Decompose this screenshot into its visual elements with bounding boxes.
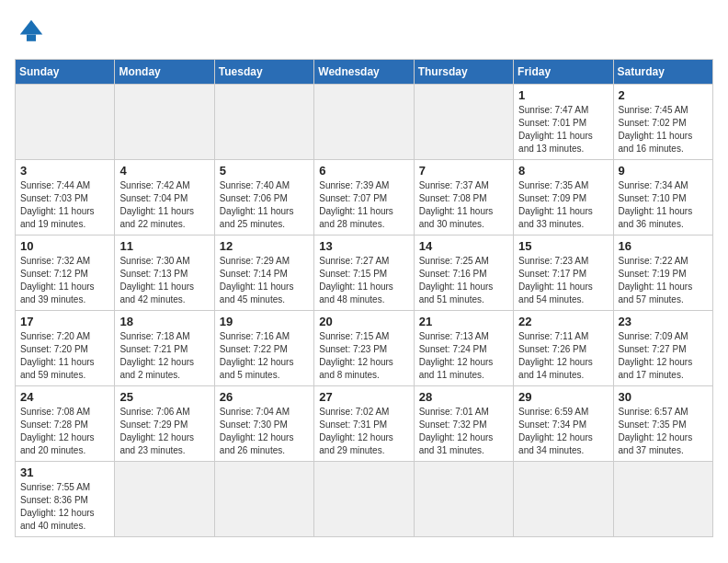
calendar-cell: 17Sunrise: 7:20 AM Sunset: 7:20 PM Dayli…: [16, 311, 115, 386]
day-info: Sunrise: 7:37 AM Sunset: 7:08 PM Dayligh…: [419, 179, 508, 231]
calendar-cell: 10Sunrise: 7:32 AM Sunset: 7:12 PM Dayli…: [16, 236, 115, 311]
calendar-cell: [214, 462, 313, 537]
day-number: 16: [619, 239, 708, 253]
calendar-cell: 19Sunrise: 7:16 AM Sunset: 7:22 PM Dayli…: [214, 311, 313, 386]
day-info: Sunrise: 7:06 AM Sunset: 7:29 PM Dayligh…: [119, 406, 209, 457]
calendar-cell: 22Sunrise: 7:11 AM Sunset: 7:26 PM Dayli…: [514, 311, 613, 386]
day-number: 22: [518, 315, 608, 328]
calendar-cell: 25Sunrise: 7:06 AM Sunset: 7:29 PM Dayli…: [115, 386, 214, 462]
calendar-cell: 26Sunrise: 7:04 AM Sunset: 7:30 PM Dayli…: [214, 386, 313, 462]
calendar-cell: 5Sunrise: 7:40 AM Sunset: 7:06 PM Daylig…: [214, 160, 313, 236]
calendar-cell: 2Sunrise: 7:45 AM Sunset: 7:02 PM Daylig…: [613, 85, 712, 160]
day-number: 6: [319, 164, 408, 178]
calendar-table: SundayMondayTuesdayWednesdayThursdayFrid…: [15, 59, 713, 537]
day-info: Sunrise: 7:16 AM Sunset: 7:22 PM Dayligh…: [220, 330, 309, 382]
weekday-row: SundayMondayTuesdayWednesdayThursdayFrid…: [16, 60, 713, 85]
calendar-cell: 8Sunrise: 7:35 AM Sunset: 7:09 PM Daylig…: [514, 160, 613, 236]
calendar-week-row: 31Sunrise: 7:55 AM Sunset: 8:36 PM Dayli…: [16, 462, 713, 537]
day-number: 27: [319, 390, 408, 404]
day-info: Sunrise: 7:08 AM Sunset: 7:28 PM Dayligh…: [20, 406, 109, 457]
day-number: 31: [20, 465, 109, 479]
day-number: 18: [119, 315, 209, 328]
day-info: Sunrise: 6:59 AM Sunset: 7:34 PM Dayligh…: [518, 406, 608, 457]
day-info: Sunrise: 7:15 AM Sunset: 7:23 PM Dayligh…: [319, 330, 408, 382]
calendar-cell: [115, 462, 214, 537]
calendar-cell: 4Sunrise: 7:42 AM Sunset: 7:04 PM Daylig…: [115, 160, 214, 236]
weekday-header-monday: Monday: [115, 60, 214, 85]
day-info: Sunrise: 7:32 AM Sunset: 7:12 PM Dayligh…: [20, 255, 109, 306]
day-number: 2: [619, 88, 708, 102]
weekday-header-thursday: Thursday: [414, 60, 513, 85]
day-info: Sunrise: 7:04 AM Sunset: 7:30 PM Dayligh…: [220, 406, 309, 457]
calendar-cell: 23Sunrise: 7:09 AM Sunset: 7:27 PM Dayli…: [613, 311, 712, 386]
calendar-week-row: 24Sunrise: 7:08 AM Sunset: 7:28 PM Dayli…: [16, 386, 713, 462]
calendar-cell: 24Sunrise: 7:08 AM Sunset: 7:28 PM Dayli…: [16, 386, 115, 462]
calendar-cell: 16Sunrise: 7:22 AM Sunset: 7:19 PM Dayli…: [613, 236, 712, 311]
day-number: 15: [518, 239, 608, 253]
calendar-cell: 6Sunrise: 7:39 AM Sunset: 7:07 PM Daylig…: [314, 160, 414, 236]
calendar-cell: [414, 85, 513, 160]
day-number: 14: [419, 239, 508, 253]
day-number: 4: [119, 164, 209, 178]
day-number: 28: [419, 390, 508, 404]
calendar-week-row: 10Sunrise: 7:32 AM Sunset: 7:12 PM Dayli…: [16, 236, 713, 311]
calendar-cell: 3Sunrise: 7:44 AM Sunset: 7:03 PM Daylig…: [16, 160, 115, 236]
calendar-cell: 30Sunrise: 6:57 AM Sunset: 7:35 PM Dayli…: [613, 386, 712, 462]
day-info: Sunrise: 7:23 AM Sunset: 7:17 PM Dayligh…: [518, 255, 608, 306]
day-info: Sunrise: 7:40 AM Sunset: 7:06 PM Dayligh…: [220, 179, 309, 231]
calendar-week-row: 3Sunrise: 7:44 AM Sunset: 7:03 PM Daylig…: [16, 160, 713, 236]
calendar-cell: 12Sunrise: 7:29 AM Sunset: 7:14 PM Dayli…: [214, 236, 313, 311]
calendar-cell: 11Sunrise: 7:30 AM Sunset: 7:13 PM Dayli…: [115, 236, 214, 311]
weekday-header-wednesday: Wednesday: [314, 60, 414, 85]
day-info: Sunrise: 7:18 AM Sunset: 7:21 PM Dayligh…: [119, 330, 209, 382]
day-info: Sunrise: 7:44 AM Sunset: 7:03 PM Dayligh…: [20, 179, 109, 231]
day-info: Sunrise: 7:55 AM Sunset: 8:36 PM Dayligh…: [20, 481, 109, 533]
day-number: 7: [419, 164, 508, 178]
logo-icon: [15, 15, 48, 48]
day-number: 21: [419, 315, 508, 328]
calendar-cell: 18Sunrise: 7:18 AM Sunset: 7:21 PM Dayli…: [115, 311, 214, 386]
day-info: Sunrise: 7:30 AM Sunset: 7:13 PM Dayligh…: [119, 255, 209, 306]
calendar-cell: [414, 462, 513, 537]
day-number: 23: [619, 315, 708, 328]
logo: [15, 15, 51, 48]
weekday-header-sunday: Sunday: [16, 60, 115, 85]
day-number: 10: [20, 239, 109, 253]
calendar-cell: [514, 462, 613, 537]
day-info: Sunrise: 7:45 AM Sunset: 7:02 PM Dayligh…: [619, 104, 708, 155]
day-number: 12: [220, 239, 309, 253]
day-info: Sunrise: 7:34 AM Sunset: 7:10 PM Dayligh…: [619, 179, 708, 231]
day-info: Sunrise: 7:02 AM Sunset: 7:31 PM Dayligh…: [319, 406, 408, 457]
calendar-cell: 14Sunrise: 7:25 AM Sunset: 7:16 PM Dayli…: [414, 236, 513, 311]
day-info: Sunrise: 7:22 AM Sunset: 7:19 PM Dayligh…: [619, 255, 708, 306]
calendar-cell: [115, 85, 214, 160]
day-info: Sunrise: 7:35 AM Sunset: 7:09 PM Dayligh…: [518, 179, 608, 231]
day-info: Sunrise: 6:57 AM Sunset: 7:35 PM Dayligh…: [619, 406, 708, 457]
day-number: 8: [518, 164, 608, 178]
day-info: Sunrise: 7:01 AM Sunset: 7:32 PM Dayligh…: [419, 406, 508, 457]
day-info: Sunrise: 7:47 AM Sunset: 7:01 PM Dayligh…: [518, 104, 608, 155]
weekday-header-friday: Friday: [514, 60, 613, 85]
calendar-body: 1Sunrise: 7:47 AM Sunset: 7:01 PM Daylig…: [16, 85, 713, 537]
day-number: 13: [319, 239, 408, 253]
day-number: 5: [220, 164, 309, 178]
day-number: 9: [619, 164, 708, 178]
day-info: Sunrise: 7:20 AM Sunset: 7:20 PM Dayligh…: [20, 330, 109, 382]
day-info: Sunrise: 7:39 AM Sunset: 7:07 PM Dayligh…: [319, 179, 408, 231]
calendar-cell: 1Sunrise: 7:47 AM Sunset: 7:01 PM Daylig…: [514, 85, 613, 160]
day-number: 24: [20, 390, 109, 404]
day-number: 1: [518, 88, 608, 102]
day-number: 25: [119, 390, 209, 404]
day-info: Sunrise: 7:11 AM Sunset: 7:26 PM Dayligh…: [518, 330, 608, 382]
day-number: 20: [319, 315, 408, 328]
calendar-week-row: 1Sunrise: 7:47 AM Sunset: 7:01 PM Daylig…: [16, 85, 713, 160]
svg-rect-1: [27, 35, 36, 41]
day-number: 3: [20, 164, 109, 178]
day-info: Sunrise: 7:13 AM Sunset: 7:24 PM Dayligh…: [419, 330, 508, 382]
calendar-cell: 31Sunrise: 7:55 AM Sunset: 8:36 PM Dayli…: [16, 462, 115, 537]
header: [15, 15, 713, 48]
day-number: 29: [518, 390, 608, 404]
calendar-cell: [314, 462, 414, 537]
calendar-cell: [314, 85, 414, 160]
calendar-cell: 21Sunrise: 7:13 AM Sunset: 7:24 PM Dayli…: [414, 311, 513, 386]
